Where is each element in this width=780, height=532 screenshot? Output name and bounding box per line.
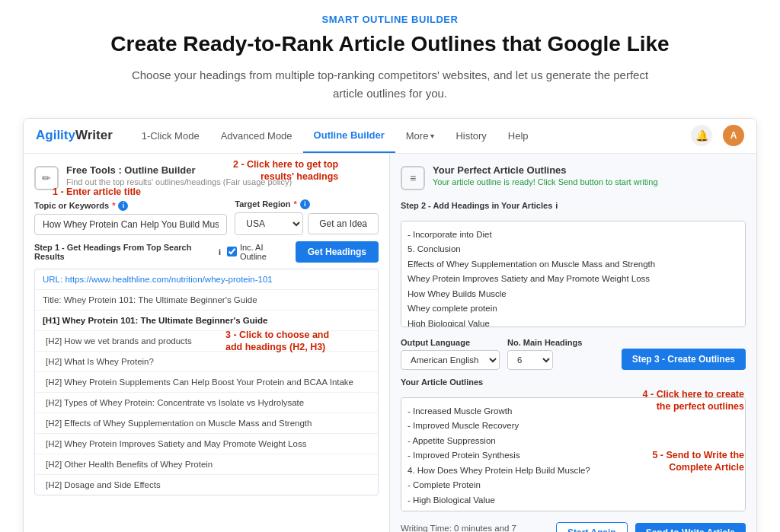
step2-label: Step 2 - Add Headings in Your Articles i xyxy=(401,201,746,210)
writing-time-row: Writing Time: 0 minutes and 7 seconds St… xyxy=(401,522,746,532)
required-marker-2: * xyxy=(293,199,296,209)
page-header: SMART OUTLINE BUILDER Create Ready-to-Ra… xyxy=(0,0,780,118)
main-title: Create Ready-to-Rank Article Outlines th… xyxy=(46,31,734,57)
create-outlines-button[interactable]: Step 3 - Create Outlines xyxy=(622,349,746,370)
result-item[interactable]: URL: https://www.healthline.com/nutritio… xyxy=(35,269,378,290)
output-language-select[interactable]: American English British English xyxy=(401,350,500,370)
heading-item: How Whey Builds Muscle xyxy=(408,287,739,302)
brand-writer: Writer xyxy=(75,128,113,143)
results-list[interactable]: URL: https://www.healthline.com/nutritio… xyxy=(34,269,379,495)
heading-item: 5. Conclusion xyxy=(408,242,739,257)
result-item[interactable]: [H2] Dosage and Side Effects xyxy=(35,475,378,495)
result-item[interactable]: [H2] Whey Protein Supplements Can Help B… xyxy=(35,372,378,393)
brand[interactable]: Agility Writer xyxy=(36,128,113,143)
heading-item: High Biological Value xyxy=(408,317,739,327)
right-panel-title: Your Perfect Article Outlines xyxy=(433,164,658,176)
chevron-down-icon: ▾ xyxy=(430,132,434,140)
output-language-label: Output Language xyxy=(401,338,500,347)
target-region-label: Target Region * i xyxy=(235,199,379,209)
result-item[interactable]: [H2] Whey Protein Improves Satiety and M… xyxy=(35,434,378,454)
result-item[interactable]: [H2] Effects of Whey Supplementation on … xyxy=(35,413,378,434)
subtitle: Choose your headings from multiple top-r… xyxy=(131,66,649,103)
left-panel-subtitle: Find out the top results' outlines/headi… xyxy=(66,177,292,186)
result-item[interactable]: [H2] What Is Whey Protein? xyxy=(35,352,378,372)
nav-items: 1-Click Mode Advanced Mode Outline Build… xyxy=(131,118,691,153)
step1-label: Step 1 - Get Headings From Top Search Re… xyxy=(34,243,221,261)
app-wrapper: Agility Writer 1-Click Mode Advanced Mod… xyxy=(23,118,757,532)
outline-item: - Increased Muscle Growth xyxy=(408,404,739,419)
get-headings-button[interactable]: Get Headings xyxy=(296,241,379,263)
pencil-icon: ✏ xyxy=(34,166,59,190)
info-icon-4: i xyxy=(555,201,558,210)
nav-item-1click[interactable]: 1-Click Mode xyxy=(131,118,210,153)
topic-label: Topic or Keywords * i xyxy=(34,201,227,211)
outline-item: - High Biological Value xyxy=(408,493,739,508)
result-item[interactable]: [H1] Whey Protein 101: The Ultimate Begi… xyxy=(35,311,378,331)
left-panel-title: Free Tools : Outline Builder xyxy=(66,164,292,176)
step1-row: Step 1 - Get Headings From Top Search Re… xyxy=(34,241,379,263)
outline-item: 4. How Does Whey Protein Help Build Musc… xyxy=(408,464,739,479)
result-item[interactable]: [H2] Other Health Benefits of Whey Prote… xyxy=(35,454,378,475)
get-idea-button[interactable]: Get an Idea xyxy=(308,213,379,234)
bell-icon-button[interactable]: 🔔 xyxy=(691,125,712,146)
nav-item-help[interactable]: Help xyxy=(497,118,539,153)
topic-input[interactable] xyxy=(34,214,227,235)
outline-item: - Improved Protein Synthesis xyxy=(408,448,739,464)
result-item[interactable]: Title: Whey Protein 101: The Ultimate Be… xyxy=(35,290,378,311)
headings-area[interactable]: - Incorporate into Diet5. ConclusionEffe… xyxy=(401,221,746,327)
info-icon: i xyxy=(118,201,128,211)
navbar: Agility Writer 1-Click Mode Advanced Mod… xyxy=(24,119,756,154)
info-icon-3: i xyxy=(219,247,221,256)
nav-item-advanced[interactable]: Advanced Mode xyxy=(210,118,303,153)
heading-item: Effects of Whey Supplementation on Muscl… xyxy=(408,257,739,272)
result-item[interactable]: [H2] Types of Whey Protein: Concentrate … xyxy=(35,393,378,413)
topic-group: Topic or Keywords * i xyxy=(34,201,227,235)
output-language-group: Output Language American English British… xyxy=(401,338,500,370)
required-marker: * xyxy=(112,201,115,210)
smart-outline-label: SMART OUTLINE BUILDER xyxy=(46,14,734,25)
inc-ai-checkbox[interactable] xyxy=(227,247,237,256)
avatar[interactable]: A xyxy=(723,125,744,146)
send-write-button[interactable]: Send to Write Article xyxy=(635,523,746,532)
panel-header: ✏ Free Tools : Outline Builder Find out … xyxy=(34,164,379,190)
right-panel-subtitle: Your article outline is ready! Click Sen… xyxy=(433,177,658,186)
no-main-headings-select[interactable]: 6 4 8 xyxy=(507,350,553,370)
output-row: Output Language American English British… xyxy=(401,338,746,370)
left-panel: ✏ Free Tools : Outline Builder Find out … xyxy=(24,154,390,532)
heading-item: - Incorporate into Diet xyxy=(408,228,739,243)
outline-item: - Appetite Suppression xyxy=(408,434,739,449)
outlines-area[interactable]: - Increased Muscle Growth- Improved Musc… xyxy=(401,397,746,511)
outline-item: - Complete Protein xyxy=(408,478,739,493)
start-again-button[interactable]: Start Again xyxy=(556,522,628,532)
no-main-headings-group: No. Main Headings 6 4 8 xyxy=(507,338,582,370)
outline-item: - Improved Muscle Recovery xyxy=(408,419,739,434)
form-row-topic: Topic or Keywords * i Target Region * i xyxy=(34,199,379,235)
info-icon-2: i xyxy=(300,199,310,209)
main-content: ✏ Free Tools : Outline Builder Find out … xyxy=(24,154,756,532)
nav-item-outline[interactable]: Outline Builder xyxy=(303,118,395,153)
outline-item: - Fast Digesting xyxy=(408,508,739,511)
result-item[interactable]: [H2] How we vet brands and products xyxy=(35,331,378,352)
outlines-label: Your Article Outlines xyxy=(401,377,746,387)
heading-item: Whey Protein Improves Satiety and May Pr… xyxy=(408,272,739,287)
nav-item-history[interactable]: History xyxy=(445,118,497,153)
target-region-select[interactable]: USA UK Canada xyxy=(235,212,303,235)
nav-item-more[interactable]: More ▾ xyxy=(395,118,446,153)
inc-ai-label[interactable]: Inc. AI Outline xyxy=(227,243,289,261)
nav-right: 🔔 A xyxy=(691,125,744,146)
target-region-group: Target Region * i USA UK Canada Get an I… xyxy=(235,199,379,235)
right-panel-header: ≡ Your Perfect Article Outlines Your art… xyxy=(401,164,746,190)
no-main-headings-label: No. Main Headings xyxy=(507,338,582,347)
brand-agility: Agility xyxy=(36,128,75,143)
right-panel: ≡ Your Perfect Article Outlines Your art… xyxy=(390,154,756,532)
list-icon: ≡ xyxy=(401,166,425,190)
heading-item: Whey complete protein xyxy=(408,301,739,317)
writing-time-text: Writing Time: 0 minutes and 7 seconds xyxy=(401,524,548,532)
